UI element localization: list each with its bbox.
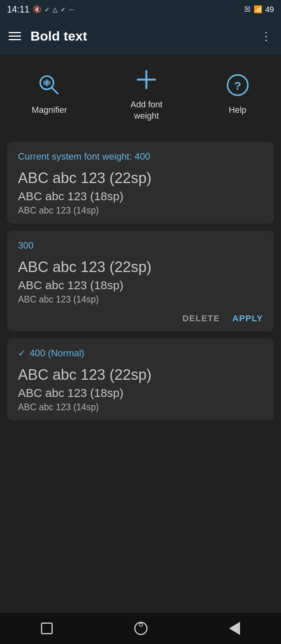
weight-400-card: ✓ 400 (Normal) ABC abc 123 (22sp) ABC ab… <box>7 338 274 420</box>
check-icon-2: ✓ <box>60 6 66 13</box>
current-sample-22: ABC abc 123 (22sp) <box>18 170 263 187</box>
svg-text:?: ? <box>234 79 241 92</box>
status-left: 14:11 🔇 ✓ △ ✓ ··· <box>7 4 75 15</box>
status-right: ☒ 📶 49 <box>244 5 274 14</box>
mute-icon: 🔇 <box>33 5 41 14</box>
recent-apps-button[interactable] <box>41 623 53 634</box>
help-button[interactable]: ? Help <box>226 73 249 116</box>
dots-icon: ··· <box>69 5 75 14</box>
recent-apps-icon <box>41 623 53 634</box>
checkmark-icon: ✓ <box>18 348 26 359</box>
w400-sample-18: ABC abc 123 (18sp) <box>18 386 263 400</box>
weight-400-title-text: 400 (Normal) <box>30 348 84 359</box>
weight-300-card: 300 ABC abc 123 (22sp) ABC abc 123 (18sp… <box>7 231 274 331</box>
battery-x-icon: ☒ <box>244 5 251 14</box>
current-sample-18: ABC abc 123 (18sp) <box>18 190 263 203</box>
content-area: Current system font weight: 400 ABC abc … <box>0 134 281 613</box>
page-title: Bold text <box>30 28 251 44</box>
w300-sample-18: ABC abc 123 (18sp) <box>18 279 263 292</box>
w400-sample-14: ABC abc 123 (14sp) <box>18 402 263 413</box>
bottom-nav <box>0 613 281 644</box>
current-weight-title: Current system font weight: 400 <box>18 151 263 162</box>
home-button[interactable] <box>134 622 148 635</box>
wifi-icon: 📶 <box>254 5 262 14</box>
app-bar: Bold text ⋮ <box>0 19 281 54</box>
back-button[interactable] <box>229 622 240 635</box>
magnifier-icon <box>37 73 61 100</box>
status-time: 14:11 <box>7 4 30 15</box>
svg-line-1 <box>52 87 58 94</box>
weight-300-actions: DELETE APPLY <box>18 313 263 324</box>
apply-button[interactable]: APPLY <box>232 313 263 324</box>
delete-button[interactable]: DELETE <box>182 313 220 324</box>
home-icon <box>134 622 148 635</box>
back-icon <box>229 622 240 635</box>
help-icon: ? <box>226 73 249 100</box>
check-icon-1: ✓ <box>44 6 50 13</box>
add-font-weight-button[interactable]: Add fontweight <box>130 68 162 121</box>
cloud-icon: △ <box>53 6 57 13</box>
weight-400-title: ✓ 400 (Normal) <box>18 348 263 359</box>
current-sample-14: ABC abc 123 (14sp) <box>18 205 263 216</box>
magnifier-button[interactable]: Magnifier <box>32 73 67 116</box>
help-label: Help <box>229 105 246 116</box>
w400-sample-22: ABC abc 123 (22sp) <box>18 366 263 383</box>
hamburger-menu-button[interactable] <box>9 32 21 40</box>
plus-icon <box>135 68 158 94</box>
weight-300-title: 300 <box>18 240 263 251</box>
status-bar: 14:11 🔇 ✓ △ ✓ ··· ☒ 📶 49 <box>0 0 281 19</box>
magnifier-label: Magnifier <box>32 105 67 116</box>
w300-sample-22: ABC abc 123 (22sp) <box>18 259 263 276</box>
current-weight-card: Current system font weight: 400 ABC abc … <box>7 142 274 224</box>
more-options-button[interactable]: ⋮ <box>261 30 272 43</box>
toolbar: Magnifier Add fontweight ? Help <box>0 54 281 134</box>
battery-level: 49 <box>265 5 274 14</box>
w300-sample-14: ABC abc 123 (14sp) <box>18 294 263 305</box>
add-font-weight-label: Add fontweight <box>130 99 162 121</box>
